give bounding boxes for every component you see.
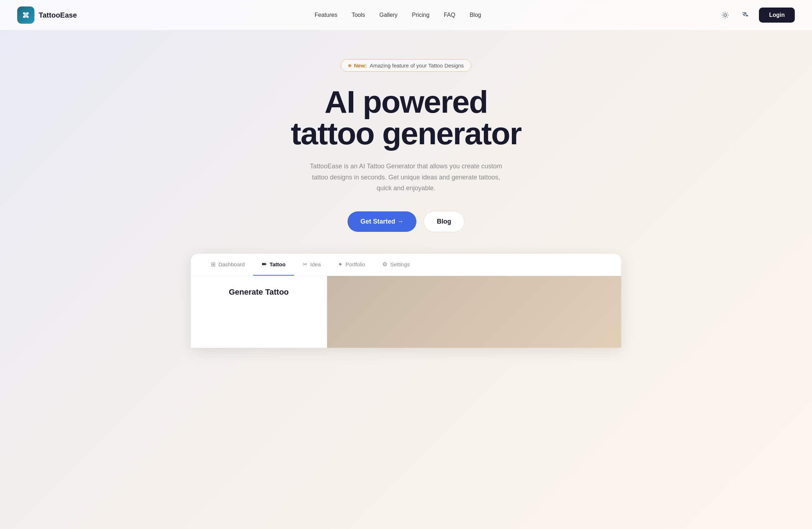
login-button[interactable]: Login <box>759 8 795 23</box>
logo-icon <box>17 6 34 24</box>
idea-icon: ✂ <box>303 261 307 268</box>
nav-tools[interactable]: Tools <box>351 12 365 18</box>
blog-button[interactable]: Blog <box>424 211 464 232</box>
tab-tattoo-label: Tattoo <box>269 261 285 267</box>
brand-name: TattooEase <box>39 11 77 19</box>
generate-tattoo-title: Generate Tattoo <box>202 287 315 297</box>
sun-icon <box>721 11 729 19</box>
hero-title-line1: AI powered <box>325 84 487 120</box>
dashboard-icon: ⊞ <box>211 261 216 268</box>
theme-toggle-button[interactable] <box>719 9 732 22</box>
portfolio-icon: ✦ <box>338 261 343 268</box>
nav-blog[interactable]: Blog <box>469 12 481 18</box>
announcement-badge: New: Amazing feature of your Tattoo Desi… <box>341 59 471 72</box>
language-icon <box>741 11 749 19</box>
tab-portfolio[interactable]: ✦ Portfolio <box>329 254 374 276</box>
tab-dashboard[interactable]: ⊞ Dashboard <box>202 254 253 276</box>
nav-gallery[interactable]: Gallery <box>379 12 398 18</box>
app-left-panel: Generate Tattoo <box>191 276 327 348</box>
nav-links: Features Tools Gallery Pricing FAQ Blog <box>315 12 481 18</box>
badge-text: Amazing feature of your Tattoo Designs <box>370 62 464 69</box>
hero-title-line2: tattoo generator <box>291 116 521 151</box>
language-toggle-button[interactable] <box>739 9 752 22</box>
tab-dashboard-label: Dashboard <box>218 261 245 267</box>
settings-icon: ⚙ <box>382 261 387 268</box>
badge-dot <box>348 64 351 67</box>
tab-idea-label: Idea <box>310 261 321 267</box>
tattoo-icon: ✏ <box>262 261 266 268</box>
nav-pricing[interactable]: Pricing <box>412 12 430 18</box>
badge-new-label: New: <box>354 62 367 69</box>
nav-faq[interactable]: FAQ <box>444 12 455 18</box>
app-content: Generate Tattoo <box>191 276 621 348</box>
nav-features[interactable]: Features <box>315 12 337 18</box>
logo[interactable]: TattooEase <box>17 6 77 24</box>
tab-tattoo[interactable]: ✏ Tattoo <box>253 254 294 276</box>
hero-buttons: Get Started → Blog <box>348 211 464 232</box>
tab-idea[interactable]: ✂ Idea <box>294 254 329 276</box>
tab-settings[interactable]: ⚙ Settings <box>374 254 418 276</box>
hero-section: New: Amazing feature of your Tattoo Desi… <box>0 31 812 369</box>
tattoo-preview-image <box>327 276 621 348</box>
nav-right: Login <box>719 8 795 23</box>
app-tabs: ⊞ Dashboard ✏ Tattoo ✂ Idea ✦ Portfolio … <box>191 254 621 276</box>
tab-portfolio-label: Portfolio <box>345 261 365 267</box>
tab-settings-label: Settings <box>390 261 410 267</box>
hero-description: TattooEase is an AI Tattoo Generator tha… <box>309 161 503 194</box>
app-right-panel <box>327 276 621 348</box>
get-started-button[interactable]: Get Started → <box>348 211 416 232</box>
navbar: TattooEase Features Tools Gallery Pricin… <box>0 0 812 31</box>
svg-point-4 <box>724 14 727 16</box>
hero-title: AI powered tattoo generator <box>291 86 521 149</box>
app-preview: ⊞ Dashboard ✏ Tattoo ✂ Idea ✦ Portfolio … <box>191 254 621 348</box>
